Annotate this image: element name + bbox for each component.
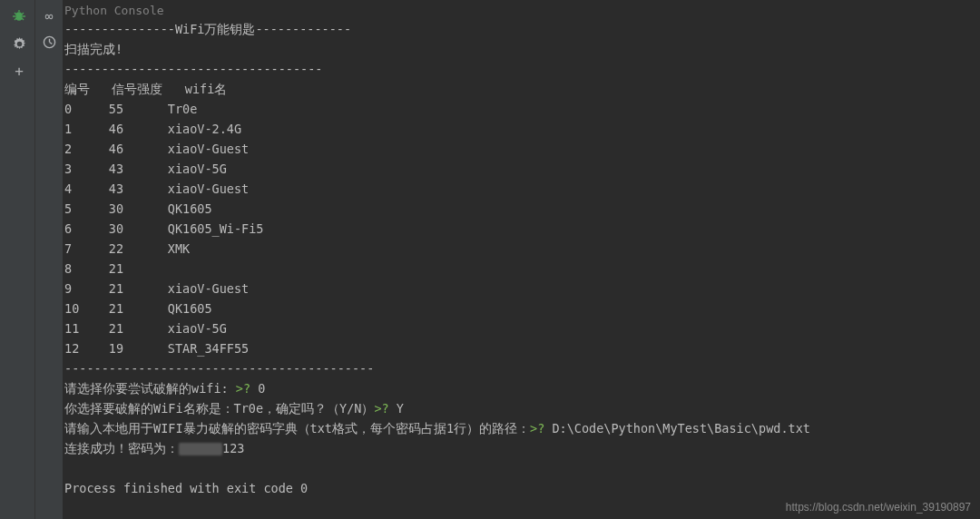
infinity-icon[interactable]: ∞ [40,7,58,25]
debug-icon[interactable] [10,7,28,25]
settings-icon[interactable] [10,34,28,53]
svg-line-2 [49,42,52,44]
prompt-marker: >? [236,381,250,396]
redacted-password [179,443,222,455]
watermark: https://blog.csdn.net/weixin_39190897 [786,501,971,514]
console-text: ---------------WiFi万能钥匙------------- 扫描完… [64,19,980,498]
add-icon[interactable]: + [10,62,28,80]
console-title: Python Console [64,4,980,19]
run-tool-gutter: + [4,0,35,519]
history-icon[interactable] [40,33,58,51]
console-gutter: ∞ [35,0,63,519]
console-output[interactable]: Python Console ---------------WiFi万能钥匙--… [63,0,980,519]
prompt-marker: >? [374,401,388,416]
prompt-marker: >? [530,421,544,436]
